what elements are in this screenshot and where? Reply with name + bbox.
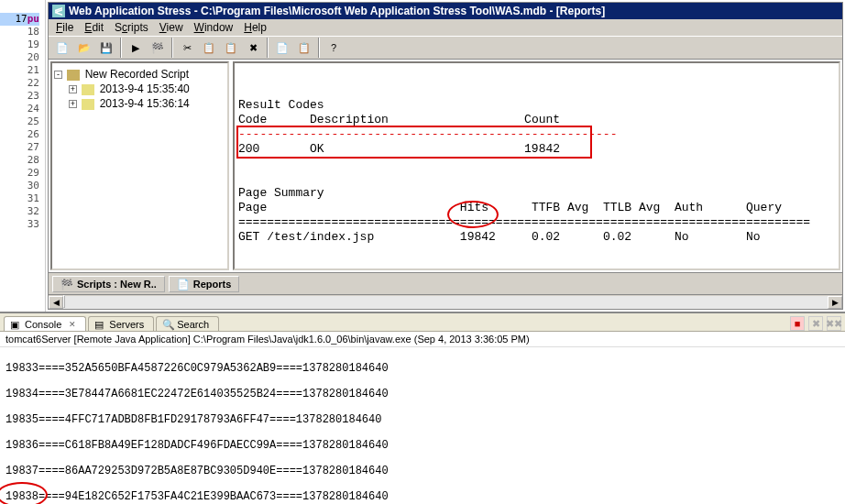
copy2-icon[interactable]: 📄 <box>272 38 292 58</box>
menu-window[interactable]: Window <box>194 21 234 34</box>
scroll-thumb[interactable] <box>63 295 65 308</box>
separator <box>267 38 269 58</box>
line-number: 30 <box>0 180 39 192</box>
tab-scripts[interactable]: 🏁 Scripts : New R.. <box>52 276 165 292</box>
toolbar: 📄 📂 💾 ▶ 🏁 ✂ 📋 📋 ✖ 📄 📋 ? <box>49 36 842 60</box>
run-icon[interactable]: ▶ <box>126 38 146 58</box>
line-number: 18 <box>0 26 39 38</box>
menu-help[interactable]: Help <box>244 21 267 34</box>
line-number: 21 <box>0 64 39 77</box>
line-number: 19 <box>0 38 39 51</box>
expand-icon[interactable]: + <box>69 85 77 93</box>
tree-child[interactable]: + 2013-9-4 15:35:40 <box>54 82 225 96</box>
tab-servers[interactable]: ▤ Servers <box>88 316 154 331</box>
separator <box>171 38 173 58</box>
close-icon[interactable]: ✕ <box>69 320 76 329</box>
line-number: 33 <box>0 218 39 231</box>
open-icon[interactable]: 📂 <box>74 38 94 58</box>
bottom-tabbar: 🏁 Scripts : New R.. 📄 Reports <box>49 272 842 294</box>
result-codes-heading: Result Codes <box>238 98 835 113</box>
collapse-icon[interactable]: - <box>54 71 62 79</box>
menubar: File Edit Scripts View Window Help <box>49 19 842 36</box>
menu-scripts[interactable]: Scripts <box>115 21 148 34</box>
line-number: 22 <box>0 77 39 90</box>
terminate-button[interactable]: ■ <box>790 316 805 331</box>
console-process-header: tomcat6Server [Remote Java Application] … <box>0 332 845 347</box>
line-number: 23 <box>0 90 39 103</box>
menu-edit[interactable]: Edit <box>84 21 104 34</box>
scroll-right-icon[interactable]: ▶ <box>828 296 842 309</box>
tab-reports-label: Reports <box>193 279 232 290</box>
console-line: 19837====86AA729253D972B5A8E87BC9305D940… <box>5 465 840 477</box>
report-icon <box>82 99 94 110</box>
line-number: 20 <box>0 51 39 64</box>
line-number: 32 <box>0 205 39 218</box>
report-panel[interactable]: Result Codes Code Description Count ----… <box>233 61 840 270</box>
tab-search-label: Search <box>177 319 209 330</box>
line-number: 26 <box>0 128 39 141</box>
console-line: 19835====4FFC717ADBD8FB1FD29178793A6FF47… <box>5 413 840 426</box>
line-number: 31 <box>0 192 39 205</box>
line-number: 24 <box>0 103 39 115</box>
script-tree[interactable]: - New Recorded Script + 2013-9-4 15:35:4… <box>50 61 229 270</box>
separator <box>318 38 320 58</box>
app-icon: ⪕ <box>52 5 65 17</box>
page-summary-heading: Page Summary <box>238 186 835 201</box>
console-panel: ▣ Console ✕ ▤ Servers 🔍 Search ■ ✖ ✖✖ to… <box>0 312 845 504</box>
new-icon[interactable]: 📄 <box>52 38 72 58</box>
cut-icon[interactable]: ✂ <box>177 38 197 58</box>
paste-icon[interactable]: 📋 <box>221 38 241 58</box>
report-icon <box>82 84 94 95</box>
tab-console-label: Console <box>25 319 61 330</box>
finish-flag-icon[interactable]: 🏁 <box>148 38 168 58</box>
line-number: 29 <box>0 167 39 180</box>
servers-icon: ▤ <box>94 319 105 330</box>
paste2-icon[interactable]: 📋 <box>294 38 314 58</box>
tab-console[interactable]: ▣ Console ✕ <box>4 316 86 331</box>
flag-icon: 🏁 <box>60 279 73 290</box>
expand-icon[interactable]: + <box>69 100 77 108</box>
console-tabbar: ▣ Console ✕ ▤ Servers 🔍 Search ■ ✖ ✖✖ <box>0 313 845 332</box>
report-icon: 📄 <box>177 279 190 290</box>
console-output[interactable]: 19833====352A5650BFA4587226C0C979A5362AB… <box>0 347 845 504</box>
window-title: Web Application Stress - C:\Program File… <box>69 5 605 17</box>
result-row: 200 OK 19842 <box>238 142 835 157</box>
console-icon: ▣ <box>10 319 21 330</box>
divider-dashes: ----------------------------------------… <box>238 127 835 142</box>
tree-child[interactable]: + 2013-9-4 15:36:14 <box>54 96 225 111</box>
line-number: 25 <box>0 115 39 128</box>
delete-icon[interactable]: ✖ <box>243 38 263 58</box>
line-number-17: 17pu <box>0 13 39 26</box>
help-icon[interactable]: ? <box>324 38 344 58</box>
horizontal-scrollbar[interactable]: ◀ ▶ <box>49 294 842 309</box>
copy-icon[interactable]: 📋 <box>199 38 219 58</box>
console-line: 19833====352A5650BFA4587226C0C979A5362AB… <box>5 362 840 375</box>
tree-child-label: 2013-9-4 15:35:40 <box>100 82 190 95</box>
editor-gutter: 17pu 18 19 20 21 22 23 24 25 26 27 28 29… <box>0 0 46 312</box>
tab-reports[interactable]: 📄 Reports <box>169 276 240 292</box>
console-line: 19836====C618FB8A49EF128DADCF496FDAECC99… <box>5 439 840 452</box>
remove-all-button[interactable]: ✖✖ <box>827 316 841 331</box>
console-line: 19838====94E182C652F1753FA4C21E399BAAC67… <box>5 490 840 503</box>
console-line: 19834====3E78447A6681EC22472E614035525B2… <box>5 388 840 400</box>
scroll-left-icon[interactable]: ◀ <box>49 296 63 309</box>
tab-search[interactable]: 🔍 Search <box>156 316 219 331</box>
menu-view[interactable]: View <box>159 21 183 34</box>
page-summary-header: Page Hits TTFB Avg TTLB Avg Auth Query <box>238 201 835 215</box>
tree-child-label: 2013-9-4 15:36:14 <box>100 97 190 110</box>
menu-file[interactable]: File <box>56 21 73 34</box>
remove-button[interactable]: ✖ <box>808 316 823 331</box>
titlebar[interactable]: ⪕ Web Application Stress - C:\Program Fi… <box>49 3 842 19</box>
result-codes-header: Code Description Count <box>238 113 835 127</box>
save-icon[interactable]: 💾 <box>96 38 116 58</box>
tab-scripts-label: Scripts : New R.. <box>77 279 157 290</box>
script-icon <box>67 70 80 81</box>
tab-servers-label: Servers <box>109 319 144 330</box>
tree-root[interactable]: - New Recorded Script <box>54 67 225 82</box>
tree-root-label: New Recorded Script <box>85 68 189 81</box>
divider-equals: ========================================… <box>238 215 835 230</box>
was-window: ⪕ Web Application Stress - C:\Program Fi… <box>48 2 843 310</box>
scroll-track[interactable] <box>63 296 828 309</box>
separator <box>120 38 122 58</box>
line-number: 27 <box>0 141 39 154</box>
